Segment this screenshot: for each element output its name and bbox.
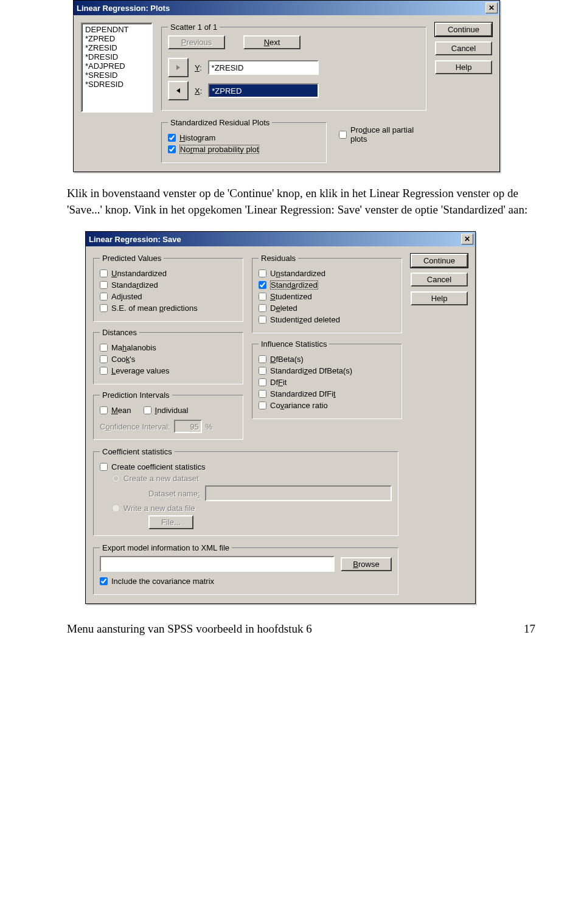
x-label: X: <box>195 86 202 96</box>
r-deleted-checkbox[interactable]: Deleted <box>259 304 395 313</box>
close-icon[interactable]: ✕ <box>485 2 498 13</box>
list-item[interactable]: *SDRESID <box>83 80 150 89</box>
titlebar: Linear Regression: Save ✕ <box>86 232 475 246</box>
export-xml-legend: Export model information to XML file <box>100 543 232 552</box>
svg-marker-1 <box>176 88 180 93</box>
covariance-ratio-checkbox[interactable]: Covariance ratio <box>259 401 395 410</box>
confidence-field[interactable]: 95 <box>174 420 202 433</box>
continue-button[interactable]: Continue <box>411 254 468 268</box>
distances-legend: Distances <box>100 328 139 337</box>
mahalanobis-checkbox[interactable]: Mahalanobis <box>100 343 237 352</box>
residuals-legend: Residuals <box>259 254 298 263</box>
footer-text: Menu aansturing van SPSS voorbeeld in ho… <box>67 622 312 636</box>
pi-mean-checkbox[interactable]: Mean <box>100 406 131 415</box>
prediction-intervals-fieldset: Prediction Intervals Mean Individual Con… <box>93 391 243 440</box>
cooks-checkbox[interactable]: Cook's <box>100 355 237 364</box>
r-studentized-checkbox[interactable]: Studentized <box>259 292 395 301</box>
pv-unstandardized-checkbox[interactable]: Unstandardized <box>100 269 237 278</box>
plots-dialog: Linear Regression: Plots ✕ DEPENDNT *ZPR… <box>73 0 500 172</box>
std-resid-fieldset: Standardized Residual Plots Histogram No… <box>161 118 327 163</box>
browse-button[interactable]: Browse <box>341 557 392 571</box>
pv-se-checkbox[interactable]: S.E. of mean predictions <box>100 304 237 313</box>
list-item[interactable]: *SRESID <box>83 71 150 80</box>
titlebar: Linear Regression: Plots ✕ <box>74 1 499 15</box>
close-icon[interactable]: ✕ <box>461 234 473 245</box>
create-coef-checkbox[interactable]: Create coefficient statistics <box>100 462 392 471</box>
window-title: Linear Regression: Save <box>89 235 181 244</box>
page-footer: Menu aansturing van SPSS voorbeeld in ho… <box>67 622 535 636</box>
influence-fieldset: Influence Statistics DfBeta(s) Standardi… <box>252 339 402 419</box>
next-button[interactable]: Next <box>243 35 301 49</box>
r-unstandardized-checkbox[interactable]: Unstandardized <box>259 269 395 278</box>
file-button: File... <box>148 515 193 529</box>
confidence-label: Confidence Interval: <box>100 422 170 431</box>
caption-text: Klik in bovenstaand venster op de 'Conti… <box>67 186 535 218</box>
scatter-legend: Scatter 1 of 1 <box>168 23 220 32</box>
r-standardized-checkbox[interactable]: Standardized <box>259 280 395 290</box>
cancel-button[interactable]: Cancel <box>411 273 468 287</box>
partial-plots-checkbox[interactable]: Produce all partial plots <box>339 125 426 144</box>
distances-fieldset: Distances Mahalanobis Cook's Leverage va… <box>93 328 243 384</box>
std-resid-legend: Standardized Residual Plots <box>168 118 272 127</box>
page-number: 17 <box>524 622 535 636</box>
coefficient-legend: Coefficient statistics <box>100 447 175 456</box>
coefficient-fieldset: Coefficient statistics Create coefficien… <box>93 447 398 536</box>
normal-prob-checkbox[interactable]: Normal probability plot <box>168 145 320 154</box>
predicted-values-fieldset: Predicted Values Unstandardized Standard… <box>93 254 243 322</box>
predicted-legend: Predicted Values <box>100 254 164 263</box>
sdfbeta-checkbox[interactable]: Standardized DfBeta(s) <box>259 366 395 375</box>
create-dataset-radio: Create a new dataset <box>112 474 392 483</box>
pv-standardized-checkbox[interactable]: Standardized <box>100 280 237 290</box>
dataset-name-label: Dataset name: <box>148 489 200 498</box>
help-button[interactable]: Help <box>435 60 492 74</box>
r-studentized-deleted-checkbox[interactable]: Studentized deleted <box>259 315 395 324</box>
sdffit-checkbox[interactable]: Standardized DfFit <box>259 389 395 398</box>
leverage-checkbox[interactable]: Leverage values <box>100 366 237 375</box>
y-field[interactable]: *ZRESID <box>208 60 319 75</box>
continue-button[interactable]: Continue <box>435 23 492 36</box>
arrow-left-icon[interactable] <box>168 81 189 100</box>
write-file-radio: Write a new data file <box>112 504 392 513</box>
histogram-checkbox[interactable]: Histogram <box>168 133 320 142</box>
pv-adjusted-checkbox[interactable]: Adjusted <box>100 292 237 301</box>
influence-legend: Influence Statistics <box>259 339 329 349</box>
previous-button[interactable]: Previous <box>168 35 225 49</box>
list-item[interactable]: *ZPRED <box>83 34 150 43</box>
y-label: Y: <box>195 63 202 72</box>
cancel-button[interactable]: Cancel <box>435 41 492 55</box>
dataset-name-field <box>205 485 392 501</box>
percent-label: % <box>206 422 213 431</box>
save-dialog: Linear Regression: Save ✕ Predicted Valu… <box>85 231 476 604</box>
window-title: Linear Regression: Plots <box>77 4 170 13</box>
help-button[interactable]: Help <box>411 291 468 305</box>
list-item[interactable]: *ADJPRED <box>83 61 150 71</box>
scatter-fieldset: Scatter 1 of 1 Previous Next Y: *ZRESID … <box>161 23 426 111</box>
variable-listbox[interactable]: DEPENDNT *ZPRED *ZRESID *DRESID *ADJPRED… <box>81 23 153 113</box>
residuals-fieldset: Residuals Unstandardized Standardized St… <box>252 254 402 333</box>
svg-marker-0 <box>176 65 180 70</box>
pi-individual-checkbox[interactable]: Individual <box>144 406 189 415</box>
list-item[interactable]: *DRESID <box>83 52 150 61</box>
x-field[interactable]: *ZPRED <box>208 83 319 98</box>
dfbeta-checkbox[interactable]: DfBeta(s) <box>259 355 395 364</box>
list-item[interactable]: *ZRESID <box>83 43 150 52</box>
arrow-right-icon[interactable] <box>168 58 189 77</box>
xml-path-field[interactable] <box>100 556 335 572</box>
export-xml-fieldset: Export model information to XML file Bro… <box>93 543 398 595</box>
list-item[interactable]: DEPENDNT <box>83 25 150 34</box>
pi-legend: Prediction Intervals <box>100 391 172 400</box>
include-covariance-checkbox[interactable]: Include the covariance matrix <box>100 577 392 586</box>
dffit-checkbox[interactable]: DfFit <box>259 378 395 387</box>
